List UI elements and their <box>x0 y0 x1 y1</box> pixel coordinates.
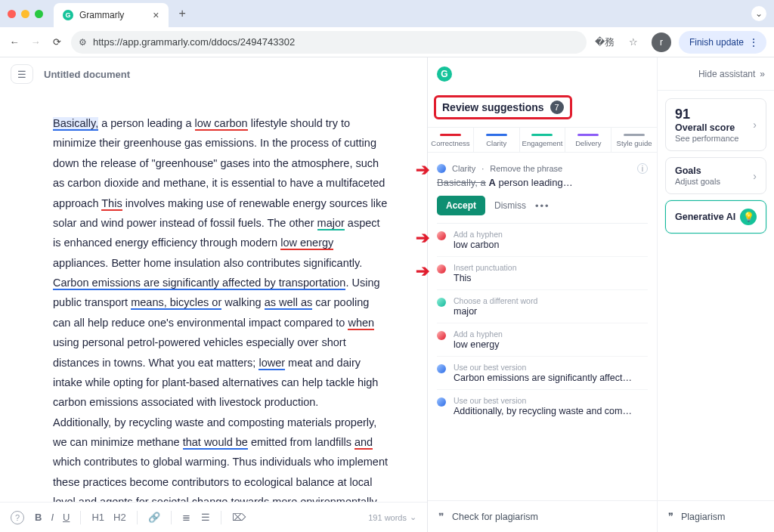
kebab-icon[interactable]: ⋮ <box>748 36 759 48</box>
suggestion-text: low carbon <box>454 240 503 250</box>
flagged-phrase[interactable]: when <box>348 317 374 330</box>
paragraph[interactable]: Additionally, by recycling waste and com… <box>53 413 389 502</box>
suggestion-item[interactable]: Choose a different word major <box>437 290 648 323</box>
annotation-arrow-icon: ➔ <box>416 261 429 281</box>
close-tab-icon[interactable]: × <box>153 9 159 21</box>
goals-label: Goals <box>675 165 753 176</box>
h2-button[interactable]: H2 <box>113 512 126 523</box>
flagged-phrase[interactable]: major <box>317 217 345 230</box>
editor-footer: ? B I U H1 H2 🔗 ≣ ☰ ⌦ 191 words⌄ <box>0 502 427 532</box>
plagiarism-footer-button[interactable]: ❞ Plagiarism <box>658 500 774 532</box>
forward-button: → <box>29 36 42 49</box>
paragraph[interactable]: Carbon emissions are significantly affec… <box>53 273 389 413</box>
score-sublabel: See performance <box>675 134 753 143</box>
clarity-chip-icon <box>437 364 446 373</box>
bold-button[interactable]: B <box>35 512 42 523</box>
dismiss-button[interactable]: Dismiss <box>494 200 526 211</box>
flagged-phrase[interactable]: lower <box>259 357 285 370</box>
review-label: Review suggestions <box>442 101 544 113</box>
chrome-menu-icon[interactable]: ⌄ <box>751 6 766 21</box>
paragraph[interactable]: Basically, a person leading a low carbon… <box>53 113 389 273</box>
address-bar[interactable]: ⚙ https://app.grammarly.com/ddocs/249474… <box>71 31 587 54</box>
url-text: https://app.grammarly.com/ddocs/24947433… <box>93 36 295 48</box>
suggestion-list: ➔ Clarity · Remove the phrase i Basicall… <box>428 153 657 500</box>
flagged-phrase[interactable]: as well as <box>265 296 313 310</box>
tab-clarity[interactable]: Clarity <box>474 128 520 152</box>
separator <box>80 511 81 524</box>
chevron-right-icon: › <box>753 119 757 131</box>
browser-titlebar: G Grammarly × + ⌄ <box>0 0 774 27</box>
link-button[interactable]: 🔗 <box>148 512 160 523</box>
flagged-phrase[interactable]: Carbon emissions are significantly affec… <box>53 277 345 290</box>
bookmark-icon[interactable]: ☆ <box>623 32 644 53</box>
suggestion-type: Use our best version <box>454 396 635 405</box>
info-icon[interactable]: i <box>637 163 648 174</box>
translate-icon[interactable]: �務 <box>594 32 615 53</box>
suggestion-card-expanded[interactable]: ➔ Clarity · Remove the phrase i Basicall… <box>437 156 648 224</box>
underline-button[interactable]: U <box>63 512 70 523</box>
correctness-chip-icon <box>437 231 446 240</box>
tab-style-guide[interactable]: Style guide <box>611 128 657 152</box>
suggestion-text: major <box>454 306 537 317</box>
word-count[interactable]: 191 words⌄ <box>368 512 416 522</box>
clear-formatting-button[interactable]: ⌦ <box>232 512 246 523</box>
document-title[interactable]: Untitled document <box>44 69 130 80</box>
close-window-icon[interactable] <box>8 10 16 18</box>
score-label: Overall score <box>675 122 753 133</box>
minimize-window-icon[interactable] <box>21 10 29 18</box>
document-editor[interactable]: Basically, a person leading a low carbon… <box>0 91 427 502</box>
flagged-phrase[interactable]: means, bicycles or <box>131 296 221 310</box>
flagged-phrase[interactable]: that would be <box>183 436 248 450</box>
suggestion-item[interactable]: Add a hyphen low energy <box>437 323 648 357</box>
back-button[interactable]: ← <box>8 36 21 49</box>
quote-icon: ❞ <box>438 511 444 523</box>
suggestion-type: Use our best version <box>454 363 635 372</box>
flagged-phrase[interactable]: This <box>101 197 122 211</box>
correctness-chip-icon <box>437 264 446 274</box>
browser-tab[interactable]: G Grammarly × <box>54 3 169 27</box>
suggestion-item[interactable]: ➔ Insert punctuation This <box>437 257 648 290</box>
goals-card[interactable]: Goals Adjust goals › <box>665 157 766 194</box>
new-tab-button[interactable]: + <box>175 7 190 20</box>
annotation-arrow-icon: ➔ <box>416 160 429 180</box>
chevron-right-icon: » <box>760 69 765 79</box>
italic-button[interactable]: I <box>51 512 54 523</box>
overall-score-card[interactable]: 91 Overall score See performance › <box>665 98 766 151</box>
flagged-phrase[interactable]: low carbon <box>195 117 248 131</box>
chevron-right-icon: › <box>753 170 757 182</box>
finish-update-button[interactable]: Finish update ⋮ <box>679 31 766 54</box>
suggestion-preview: Basically, a A person leading… <box>437 177 648 188</box>
review-suggestions-header[interactable]: Review suggestions 7 <box>434 95 572 119</box>
flagged-phrase[interactable]: Basically, <box>53 117 98 131</box>
suggestion-text: Carbon emissions are significantly affec… <box>454 373 635 383</box>
flagged-phrase[interactable]: low energy <box>280 237 333 250</box>
help-icon[interactable]: ? <box>11 511 24 524</box>
grammarly-favicon-icon: G <box>63 10 73 20</box>
goals-sublabel: Adjust goals <box>675 177 753 186</box>
generative-ai-card[interactable]: Generative AI 💡 <box>665 200 766 234</box>
sidebar-toggle-button[interactable]: ☰ <box>11 64 33 84</box>
accept-button[interactable]: Accept <box>437 196 485 215</box>
tab-correctness[interactable]: Correctness <box>428 128 474 152</box>
flagged-phrase[interactable]: and <box>354 436 373 450</box>
tab-delivery[interactable]: Delivery <box>565 128 611 152</box>
tab-engagement[interactable]: Engagement <box>520 128 566 152</box>
suggestion-item[interactable]: Use our best version Carbon emissions ar… <box>437 357 648 390</box>
suggestion-item[interactable]: ➔ Add a hyphen low carbon <box>437 224 648 257</box>
grammarly-logo-icon[interactable]: G <box>437 66 452 82</box>
check-plagiarism-button[interactable]: ❞ Check for plagiarism <box>428 500 657 532</box>
h1-button[interactable]: H1 <box>91 512 104 523</box>
bullet-list-button[interactable]: ☰ <box>201 512 210 523</box>
more-options-icon[interactable]: ••• <box>535 200 550 212</box>
reload-button[interactable]: ⟳ <box>50 36 63 49</box>
panel-header: G <box>428 57 657 91</box>
suggestion-item[interactable]: Use our best version Additionally, by re… <box>437 390 648 422</box>
clarity-chip-icon <box>437 164 446 173</box>
site-settings-icon[interactable]: ⚙ <box>79 37 87 48</box>
numbered-list-button[interactable]: ≣ <box>182 512 190 523</box>
maximize-window-icon[interactable] <box>35 10 43 18</box>
profile-avatar[interactable]: r <box>652 32 671 52</box>
suggestion-type: Add a hyphen <box>454 329 503 339</box>
suggestion-type: Insert punctuation <box>454 263 516 272</box>
hide-assistant-button[interactable]: Hide assistant » <box>658 57 774 91</box>
